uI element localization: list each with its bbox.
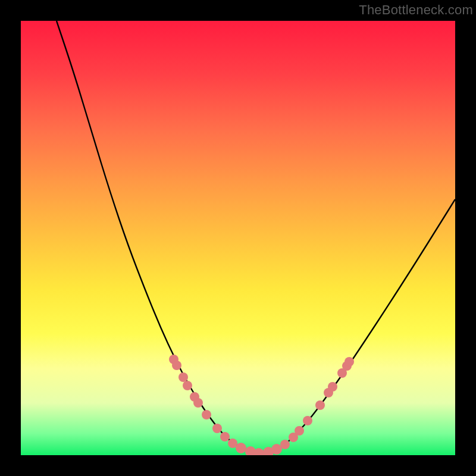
marker-dot	[183, 381, 192, 390]
marker-dot	[220, 432, 230, 441]
marker-dot	[172, 361, 181, 370]
plot-area	[21, 21, 455, 455]
marker-dot	[236, 443, 246, 453]
marker-dot	[193, 398, 203, 408]
curve-svg	[21, 21, 455, 455]
marker-dot	[303, 416, 312, 425]
marker-dot	[178, 372, 188, 382]
right-limb-path	[262, 199, 455, 454]
chart-frame: TheBottleneck.com	[0, 0, 476, 476]
markers-group	[169, 355, 354, 455]
marker-dot	[295, 426, 304, 436]
marker-dot	[328, 382, 337, 392]
left-limb-path	[57, 21, 262, 454]
attribution-text: TheBottleneck.com	[359, 2, 473, 18]
marker-dot	[345, 357, 354, 367]
marker-dot	[280, 440, 290, 449]
marker-dot	[202, 410, 211, 419]
marker-dot	[315, 400, 325, 410]
marker-dot	[212, 424, 222, 433]
